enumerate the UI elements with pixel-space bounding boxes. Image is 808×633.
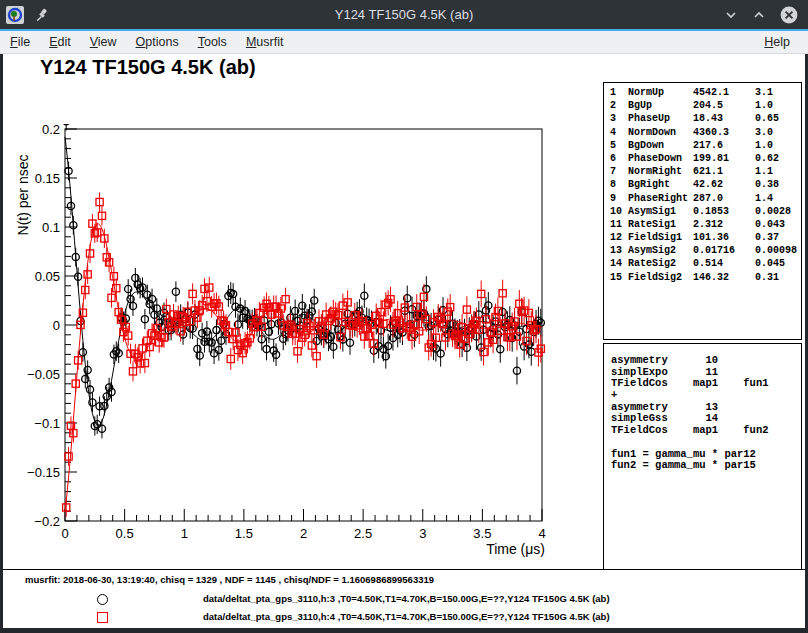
parameter-val: 199.81 bbox=[693, 153, 729, 164]
parameter-row: 9PhaseRight287.01.4 bbox=[604, 193, 801, 206]
svg-text:0.5: 0.5 bbox=[116, 526, 134, 541]
parameter-num: 12 bbox=[610, 232, 622, 243]
svg-text:1.5: 1.5 bbox=[235, 526, 253, 541]
legend-entry: data/deltat_pta_gps_3110,h:4 ,T0=4.50K,T… bbox=[95, 609, 735, 627]
parameter-err: 0.00098 bbox=[755, 245, 797, 256]
parameter-name: PhaseUp bbox=[628, 113, 670, 124]
parameter-row: 6PhaseDown199.810.62 bbox=[604, 153, 801, 166]
theory-line: simpleGss 14 bbox=[611, 412, 801, 424]
parameter-num: 5 bbox=[610, 140, 616, 151]
parameter-val: 621.1 bbox=[693, 166, 723, 177]
legend-text: data/deltat_pta_gps_3110,h:4 ,T0=4.50K,T… bbox=[203, 611, 610, 622]
parameter-name: RateSig2 bbox=[628, 258, 676, 269]
parameter-row: 11RateSig12.3120.043 bbox=[604, 219, 801, 232]
legend-marker-square-icon bbox=[97, 612, 108, 623]
parameter-err: 0.37 bbox=[755, 232, 779, 243]
parameter-err: 3.1 bbox=[755, 87, 773, 98]
parameter-num: 2 bbox=[610, 100, 616, 111]
svg-text:Time (μs): Time (μs) bbox=[486, 541, 545, 557]
theory-line: TFieldCos map1 fun1 bbox=[611, 377, 801, 389]
parameter-num: 1 bbox=[610, 87, 616, 98]
parameter-val: 0.514 bbox=[693, 258, 723, 269]
legend-text: data/deltat_pta_gps_3110,h:3 ,T0=4.50K,T… bbox=[203, 593, 610, 604]
parameter-num: 9 bbox=[610, 193, 616, 204]
theory-line: fun2 = gamma_mu * par15 bbox=[611, 459, 801, 471]
parameter-row: 1NormUp4542.13.1 bbox=[604, 87, 801, 100]
svg-text:3.5: 3.5 bbox=[473, 526, 491, 541]
parameter-err: 1.0 bbox=[755, 100, 773, 111]
parameter-name: BgUp bbox=[628, 100, 652, 111]
parameter-box: 1NormUp4542.13.12BgUp204.51.03PhaseUp18.… bbox=[603, 82, 802, 340]
parameter-row: 13AsymSig20.017160.00098 bbox=[604, 245, 801, 258]
pad-separator-line bbox=[3, 569, 805, 570]
parameter-val: 0.1853 bbox=[693, 206, 729, 217]
parameter-name: FieldSig2 bbox=[628, 272, 682, 283]
theory-line: TFieldCos map1 fun2 bbox=[611, 424, 801, 436]
parameter-val: 204.5 bbox=[693, 100, 723, 111]
svg-text:−0.1: −0.1 bbox=[34, 416, 60, 431]
parameter-num: 10 bbox=[610, 206, 622, 217]
data-series-square bbox=[63, 192, 545, 516]
theory-line: asymmetry 10 bbox=[611, 354, 801, 366]
parameter-name: NormDown bbox=[628, 127, 676, 138]
svg-text:0.15: 0.15 bbox=[35, 171, 60, 186]
parameter-row: 14RateSig20.5140.045 bbox=[604, 258, 801, 271]
parameter-row: 5BgDown217.61.0 bbox=[604, 140, 801, 153]
parameter-num: 8 bbox=[610, 179, 616, 190]
svg-text:0.1: 0.1 bbox=[42, 220, 60, 235]
parameter-val: 42.62 bbox=[693, 179, 723, 190]
data-series-circle bbox=[63, 112, 545, 438]
parameter-name: PhaseRight bbox=[628, 193, 688, 204]
close-button[interactable] bbox=[780, 6, 798, 24]
parameter-val: 2.312 bbox=[693, 219, 723, 230]
svg-text:1: 1 bbox=[181, 526, 188, 541]
parameter-num: 11 bbox=[610, 219, 622, 230]
minimize-button[interactable] bbox=[724, 8, 738, 22]
theory-box: asymmetry 10simplExpo 11TFieldCos map1 f… bbox=[603, 343, 802, 570]
parameter-err: 0.31 bbox=[755, 272, 779, 283]
svg-text:2.5: 2.5 bbox=[354, 526, 372, 541]
parameter-val: 4360.3 bbox=[693, 127, 729, 138]
svg-text:2: 2 bbox=[300, 526, 307, 541]
parameter-name: FieldSig1 bbox=[628, 232, 682, 243]
svg-text:4: 4 bbox=[538, 526, 545, 541]
parameter-err: 1.1 bbox=[755, 166, 773, 177]
parameter-num: 3 bbox=[610, 113, 616, 124]
parameter-num: 15 bbox=[610, 272, 622, 283]
theory-line: + bbox=[611, 389, 801, 401]
svg-text:−0.15: −0.15 bbox=[27, 465, 60, 480]
svg-text:3: 3 bbox=[419, 526, 426, 541]
fit-status-text: musrfit: 2018-06-30, 13:19:40, chisq = 1… bbox=[25, 574, 434, 585]
parameter-row: 2BgUp204.51.0 bbox=[604, 100, 801, 113]
parameter-err: 0.043 bbox=[755, 219, 785, 230]
parameter-row: 10AsymSig10.18530.0028 bbox=[604, 206, 801, 219]
theory-line: asymmetry 13 bbox=[611, 401, 801, 413]
parameter-row: 12FieldSig1101.360.37 bbox=[604, 232, 801, 245]
parameter-row: 3PhaseUp18.430.65 bbox=[604, 113, 801, 126]
parameter-val: 0.01716 bbox=[693, 245, 735, 256]
theory-line: simplExpo 11 bbox=[611, 366, 801, 378]
parameter-row: 4NormDown4360.33.0 bbox=[604, 127, 801, 140]
svg-text:0.05: 0.05 bbox=[35, 269, 60, 284]
parameter-err: 1.0 bbox=[755, 140, 773, 151]
maximize-button[interactable] bbox=[752, 8, 766, 22]
legend-marker-circle-icon bbox=[97, 594, 108, 605]
svg-text:0: 0 bbox=[61, 526, 68, 541]
parameter-name: PhaseDown bbox=[628, 153, 682, 164]
parameter-val: 4542.1 bbox=[693, 87, 729, 98]
parameter-val: 146.32 bbox=[693, 272, 729, 283]
parameter-num: 7 bbox=[610, 166, 616, 177]
svg-text:N(t) per nsec: N(t) per nsec bbox=[15, 155, 31, 236]
parameter-name: BgRight bbox=[628, 179, 670, 190]
parameter-name: NormRight bbox=[628, 166, 682, 177]
parameter-row: 8BgRight42.620.38 bbox=[604, 179, 801, 192]
parameter-val: 287.0 bbox=[693, 193, 723, 204]
svg-text:0.2: 0.2 bbox=[42, 122, 60, 137]
parameter-err: 3.0 bbox=[755, 127, 773, 138]
plot-title: Y124 TF150G 4.5K (ab) bbox=[40, 56, 256, 79]
parameter-val: 101.36 bbox=[693, 232, 729, 243]
parameter-name: RateSig1 bbox=[628, 219, 676, 230]
parameter-err: 0.65 bbox=[755, 113, 779, 124]
parameter-err: 0.38 bbox=[755, 179, 779, 190]
parameter-num: 13 bbox=[610, 245, 622, 256]
